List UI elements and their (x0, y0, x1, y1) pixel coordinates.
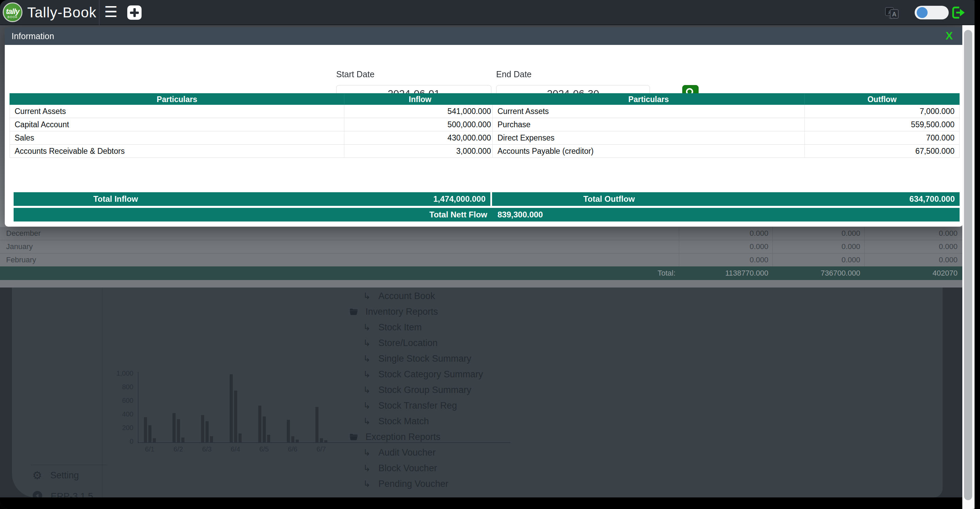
menu-item-label: Exception Reports (366, 432, 441, 442)
menu-item-pending-voucher[interactable]: ↳Pending Voucher (347, 476, 579, 492)
background-month-row: December0.0000.0000.000 (0, 227, 963, 240)
outflow-amount: 559,500.000 (804, 118, 959, 131)
sub-arrow-icon: ↳ (360, 322, 374, 333)
menu-item-block-voucher[interactable]: ↳Block Voucher (347, 460, 579, 476)
menu-item-label: Stock Match (379, 416, 429, 427)
outflow-particulars: Current Assets (493, 105, 804, 118)
theme-toggle[interactable] (915, 6, 949, 19)
outflow-col-amount: Outflow (804, 94, 959, 105)
inflow-row: Current Assets541,000.000 (10, 105, 496, 118)
svg-text:A: A (892, 11, 897, 18)
toggle-knob (917, 7, 928, 18)
chart-bar (201, 415, 204, 442)
menu-item-stock-group-summary[interactable]: ↳Stock Group Summary (347, 382, 579, 398)
total-outflow-value: 634,700.000 (910, 192, 955, 206)
background-total-row: Total: 1138770.000 736700.000 402070 (0, 266, 963, 280)
hamburger-menu-icon[interactable]: ☰ (104, 0, 118, 25)
menu-item-label: Stock Transfer Reg (379, 401, 457, 411)
chart-bar (181, 437, 185, 442)
logout-icon[interactable] (951, 5, 966, 20)
menu-item-stock-match[interactable]: ↳Stock Match (347, 414, 579, 429)
inflow-amount: 3,000.000 (344, 145, 496, 157)
topbar-divider (99, 0, 99, 25)
outflow-amount: 7,000.000 (804, 105, 959, 118)
chart-bar (291, 436, 294, 442)
sidebar-item-setting[interactable]: ⚙ Setting (32, 468, 79, 483)
menu-item-label: Inventory Reports (366, 307, 438, 317)
menu-item-label: Stock Item (379, 322, 422, 333)
modal-body: Start Date End Date Particulars Inflow C… (5, 45, 963, 227)
sub-arrow-icon: ↳ (360, 416, 374, 427)
chart-y-tick: 800 (105, 383, 134, 391)
sidebar-setting-label: Setting (50, 470, 79, 481)
app-title: Tally-Book (27, 0, 97, 25)
month-value: 0.000 (864, 227, 963, 240)
logo-text: tally (4, 8, 21, 15)
add-new-icon[interactable] (127, 5, 142, 20)
background-dark-area: 1,00080060040020006/16/26/36/46/56/66/7 … (0, 288, 980, 509)
outflow-row: Current Assets7,000.000 (493, 105, 959, 118)
chart-bar (324, 440, 327, 442)
inflow-col-particulars: Particulars (10, 94, 344, 105)
inflow-row: Accounts Receivable & Debtors3,000.000 (10, 145, 496, 158)
chart-bar (320, 438, 323, 442)
menu-item-stock-category-summary[interactable]: ↳Stock Category Summary (347, 366, 579, 382)
background-month-row: January0.0000.0000.000 (0, 240, 963, 253)
inflow-particulars: Sales (10, 131, 344, 144)
menu-item-label: Pending Voucher (379, 479, 449, 489)
outflow-particulars: Accounts Payable (creditor) (493, 145, 804, 157)
modal-title: Information (11, 27, 54, 45)
menu-item-label: Store/Location (379, 338, 438, 348)
menu-item-label: Stock Category Summary (379, 369, 483, 380)
menu-item-single-stock-summary[interactable]: ↳Single Stock Summary (347, 351, 579, 366)
modal-header: Information X (5, 27, 963, 45)
month-label: February (0, 256, 679, 264)
tally-book-logo[interactable]: tally BOOK (3, 2, 22, 22)
scrollbar-thumb[interactable] (964, 30, 972, 500)
chart-bar (315, 407, 318, 442)
chart-bar (153, 438, 156, 442)
menu-item-label: Audit Voucher (379, 447, 436, 458)
folder-icon (347, 432, 361, 442)
sidebar-footer-divider (30, 465, 107, 465)
month-value: 0.000 (864, 240, 963, 253)
start-date-label: Start Date (336, 69, 375, 79)
inflow-particulars: Capital Account (10, 118, 344, 131)
sub-arrow-icon: ↳ (360, 338, 374, 348)
month-value: 0.000 (679, 227, 772, 240)
menu-item-inventory-reports[interactable]: Inventory Reports (347, 304, 579, 320)
chart-x-tick: 6/7 (309, 445, 333, 453)
inflow-table: Particulars Inflow Current Assets541,000… (10, 93, 496, 158)
total-inflow-bar: Total Inflow 1,474,000.000 (14, 192, 490, 206)
sub-arrow-icon: ↳ (360, 291, 374, 301)
menu-item-store-location[interactable]: ↳Store/Location (347, 335, 579, 351)
chart-bar (148, 425, 151, 442)
sub-arrow-icon: ↳ (360, 385, 374, 395)
background-card: 1,00080060040020006/16/26/36/46/56/66/7 … (12, 288, 943, 498)
close-icon[interactable]: X (946, 27, 953, 45)
inflow-amount: 541,000.000 (344, 105, 496, 118)
chart-bar (287, 420, 290, 442)
menu-item-audit-voucher[interactable]: ↳Audit Voucher (347, 445, 579, 460)
menu-item-label: Account Book (379, 291, 435, 301)
outflow-row: Purchase559,500.000 (493, 118, 959, 131)
menu-item-exception-reports[interactable]: Exception Reports (347, 429, 579, 445)
chart-bar (230, 374, 233, 442)
outflow-amount: 700.000 (804, 131, 959, 144)
total-outflow-label: Total Outflow (558, 192, 660, 206)
chart-x-tick: 6/5 (252, 445, 276, 453)
total-inflow-value: 1,474,000.000 (434, 192, 485, 206)
chart-x-tick: 6/1 (138, 445, 162, 453)
chart-y-tick: 400 (105, 410, 134, 418)
outflow-table: Particulars Outflow Current Assets7,000.… (492, 93, 959, 158)
translate-language-icon[interactable]: ぇ A (884, 5, 900, 21)
month-value: 0.000 (679, 240, 772, 253)
menu-item-account-book[interactable]: ↳Account Book (347, 288, 579, 304)
menu-item-stock-item[interactable]: ↳Stock Item (347, 320, 579, 335)
menu-item-stock-transfer-reg[interactable]: ↳Stock Transfer Reg (347, 398, 579, 414)
outflow-particulars: Direct Expenses (493, 131, 804, 144)
chart-bar (144, 417, 147, 442)
chart-y-axis (138, 372, 138, 443)
chart-bar (267, 435, 270, 442)
chart-bar (205, 421, 208, 442)
